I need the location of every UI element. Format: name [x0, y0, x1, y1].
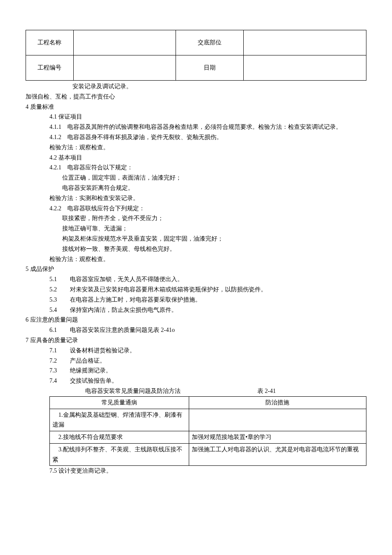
- table-number: 表 2-41: [257, 386, 276, 396]
- text-7-3: 绝缘摇测记录。: [70, 366, 112, 376]
- item-5-1: 5.1 电容器室应加锁，无关人员不得随便出入。: [26, 274, 366, 285]
- heading-section-7: 7 应具备的质量记录: [26, 335, 366, 346]
- text-5-1: 电容器室应加锁，无关人员不得随便出入。: [70, 274, 183, 285]
- cell-project-no-label: 工程编号: [26, 55, 74, 81]
- qc-r3c2: 加强施工工人对电容器的认识、尤其是对电容器电流环节的重视: [189, 443, 366, 466]
- qc-header-1: 常见质量通病: [50, 396, 189, 409]
- heading-section-6: 6 应注意的质量问题: [26, 315, 366, 325]
- text-5-3: 在电容器上方施工时，对电容器要采取保护措施。: [70, 295, 201, 305]
- text-install-record: 安装记录及调试记录。: [26, 81, 366, 92]
- heading-section-4: 4 质量标准: [26, 102, 366, 112]
- table-title-row: 电容器安装常见质量问题及防治方法 表 2-41: [26, 386, 366, 396]
- num-7-4: 7.4: [49, 376, 70, 386]
- text-check-method-1: 检验方法：观察检查。: [26, 142, 366, 153]
- cell-project-no-value: [73, 55, 176, 81]
- num-7-1: 7.1: [49, 346, 70, 356]
- item-5-4: 5.4 保持室内清洁，防止灰尘损伤电气原件。: [26, 305, 366, 315]
- num-5-4: 5.4: [49, 305, 70, 315]
- item-7-1: 7.1 设备材料进货检验记录。: [26, 346, 366, 356]
- text-4-2-1-a: 位置正确，固定牢固，表面清洁，油漆完好；: [26, 173, 366, 183]
- text-7-5: 7.5 设计变更洽商记录。: [26, 466, 366, 476]
- text-4-2-2-c: 构架及柜体应按规范水平及垂直安装，固定牢固，油漆完好；: [26, 234, 366, 244]
- text-4-2-2-b: 接地正确可靠、无遗漏；: [26, 224, 366, 234]
- text-4-2-2-a: 联接紧密，附件齐全，瓷件不受应力；: [26, 213, 366, 224]
- text-4-2-2: 4.2.2 电容器联线应符合下列规定：: [26, 203, 366, 214]
- num-5-1: 5.1: [49, 274, 70, 285]
- item-7-3: 7.3 绝缘摇测记录。: [26, 366, 366, 376]
- qc-r1c1: 1.金属构架及基础型钢、焊渣清理不净、刷漆有遗漏: [50, 409, 189, 431]
- text-7-1: 设备材料进货检验记录。: [70, 346, 135, 356]
- cell-date-label: 日期: [176, 55, 244, 81]
- text-5-2: 对未安装及已安装好电容器要用木箱或纸箱将瓷瓶保护好，以防损伤瓷件。: [70, 285, 267, 295]
- item-5-2: 5.2 对未安装及已安装好电容器要用木箱或纸箱将瓷瓶保护好，以防损伤瓷件。: [26, 285, 366, 295]
- header-table: 工程名称 交底部位 工程编号 日期: [26, 30, 366, 81]
- text-4-2-1: 4.2.1 电容器应符合以下规定：: [26, 163, 366, 173]
- qc-header-2: 防治措施: [189, 396, 366, 409]
- qc-r2c2: 加强对规范接地装置•章的学习: [189, 431, 366, 444]
- text-6-1: 电容器安装应注意的质量问题见表 2-41o: [70, 325, 175, 335]
- table-row: 3.配线排列不整齐、不美观、主线路联线压接不紧 加强施工工人对电容器的认识、尤其…: [50, 443, 366, 466]
- num-5-3: 5.3: [49, 295, 70, 305]
- num-7-2: 7.2: [49, 356, 70, 366]
- text-check-method-2: 检验方法：实测和检查安装记录。: [26, 193, 366, 203]
- cell-date-value: [244, 55, 366, 81]
- quality-issues-table: 常见质量通病 防治措施 1.金属构架及基础型钢、焊渣清理不净、刷漆有遗漏 2.接…: [49, 396, 366, 466]
- item-6-1: 6.1 电容器安装应注意的质量问题见表 2-41o: [26, 325, 366, 335]
- num-7-3: 7.3: [49, 366, 70, 376]
- text-4-2-2-d: 接线对称一致、整齐美观、母线相色完好。: [26, 244, 366, 254]
- table-row: 2.接地线不符合规范要求 加强对规范接地装置•章的学习: [50, 431, 366, 444]
- text-4-1: 4.1 保证项目: [26, 112, 366, 122]
- text-check-method-3: 检验方法：观察检查。: [26, 254, 366, 264]
- qc-r1c2: [189, 409, 366, 431]
- cell-project-name-label: 工程名称: [26, 30, 74, 55]
- num-5-2: 5.2: [49, 285, 70, 295]
- table-row: 1.金属构架及基础型钢、焊渣清理不净、刷漆有遗漏: [50, 409, 366, 431]
- text-7-4: 交接试验报告单。: [70, 376, 118, 386]
- qc-r3c1: 3.配线排列不整齐、不美观、主线路联线压接不紧: [50, 443, 189, 466]
- text-strengthen-check: 加强自检、互检，提高工作责任心: [26, 92, 366, 102]
- item-5-3: 5.3 在电容器上方施工时，对电容器要采取保护措施。: [26, 295, 366, 305]
- text-4-2: 4.2 基本项目: [26, 153, 366, 163]
- cell-project-name-value: [73, 30, 176, 55]
- text-7-2: 产品合格证。: [70, 356, 106, 366]
- text-4-2-1-b: 电容器安装距离符合规定。: [26, 183, 366, 193]
- text-4-1-2: 4.1.2 电容器器身不得有坏损及渗油，瓷件无裂纹、瓷釉无损伤。: [26, 132, 366, 142]
- item-7-4: 7.4 交接试验报告单。: [26, 376, 366, 386]
- item-7-2: 7.2 产品合格证。: [26, 356, 366, 366]
- heading-section-5: 5 成品保护: [26, 264, 366, 274]
- text-5-4: 保持室内清洁，防止灰尘损伤电气原件。: [70, 305, 177, 315]
- num-6-1: 6.1: [49, 325, 70, 335]
- cell-disclosure-part-label: 交底部位: [176, 30, 244, 55]
- table-title-text: 电容器安装常见质量问题及防治方法: [85, 386, 181, 396]
- text-4-1-1: 4.1.1 电容器及其附件的试验调整和电容器器身检查结果，必须符合规范要求。检验…: [26, 122, 366, 132]
- qc-r2c1: 2.接地线不符合规范要求: [50, 431, 189, 444]
- cell-disclosure-part-value: [244, 30, 366, 55]
